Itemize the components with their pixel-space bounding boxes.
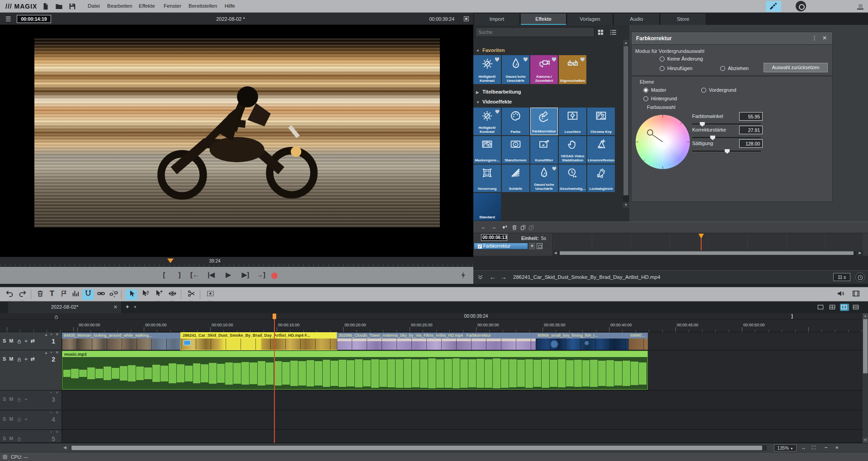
clip-clouds-tower[interactable]: 302086_Clouds_Tower_Antenna_Sky_by_Via_F… [337, 333, 536, 350]
saettigung-slider[interactable] [692, 151, 761, 152]
korrekturstaerke-slider[interactable] [692, 137, 761, 139]
slider-thumb[interactable] [710, 136, 715, 140]
range-end-marker[interactable]: ] [791, 313, 793, 319]
radio-master[interactable]: Master [643, 87, 666, 93]
section-videoeffekte[interactable]: ▼Videoeffekte [476, 99, 512, 104]
audio-clip-music[interactable]: music.mp3 [62, 351, 648, 390]
lock-icon[interactable] [54, 314, 59, 320]
flash-preview-icon[interactable] [459, 271, 467, 280]
play-button[interactable]: ▶ [222, 271, 235, 279]
mute-button[interactable]: M [9, 356, 13, 362]
menu-hilfe[interactable]: Hilfe [225, 3, 235, 9]
scroll-left-icon[interactable]: ◀ [63, 445, 66, 450]
section-favoriten[interactable]: ▼Favoriten [476, 47, 505, 53]
marker-flag-icon[interactable] [58, 289, 70, 300]
mute-button[interactable]: M [9, 436, 13, 441]
lock-icon[interactable] [17, 436, 22, 441]
paste-keyframe-icon[interactable] [528, 224, 534, 231]
tile-farbe[interactable]: Farbe [502, 108, 529, 135]
tab-store[interactable]: Store [660, 14, 706, 25]
tile-geschwindigkeit[interactable]: Geschwindig... [559, 165, 586, 192]
radio-keine-aenderung[interactable]: Keine Änderung [660, 56, 703, 61]
record-button[interactable] [271, 273, 278, 279]
effect-badge-icon[interactable] [184, 340, 191, 345]
layout-grid-icon[interactable] [828, 304, 837, 311]
favorite-heart-icon[interactable] [580, 56, 585, 62]
close-tab-icon[interactable]: ✕ [113, 301, 118, 313]
divide-icon[interactable]: ÷ [25, 416, 28, 422]
cursor-range-icon[interactable] [139, 289, 151, 300]
solo-button[interactable]: S [3, 338, 6, 343]
split-scissors-icon[interactable]: ... [185, 289, 197, 300]
tile-gauss-unschaerfe-fav[interactable]: Gauss'sche Unschärfe [502, 55, 529, 84]
menu-effekte[interactable]: Effekte [139, 3, 155, 9]
insert-frame-icon[interactable]: ... [204, 289, 216, 300]
menu-bearbeiten[interactable]: Bearbeiten [107, 3, 132, 9]
new-project-icon[interactable] [42, 2, 50, 10]
next-keyframe-icon[interactable]: → [491, 224, 496, 230]
layout-single-icon[interactable] [816, 304, 826, 311]
playhead[interactable] [274, 313, 275, 443]
scroll-up-icon[interactable]: ▲ [863, 313, 868, 319]
menu-fenster[interactable]: Fenster [164, 3, 181, 9]
preview-scrubber[interactable]: 39:24 [0, 257, 473, 267]
scroll-up-icon[interactable]: ▲ [623, 40, 629, 46]
add-tab-icon[interactable]: + [126, 303, 129, 310]
timeline-vertical-scrollbar[interactable]: ▲ ▼ [863, 313, 868, 443]
menu-bereitstellen[interactable]: Bereitstellen [189, 3, 217, 9]
range-in-button[interactable]: [ [157, 271, 171, 278]
prev-keyframe-icon[interactable]: ← [481, 224, 486, 230]
scrubber-playhead-icon[interactable] [167, 259, 174, 263]
tile-kunstfilter[interactable]: Kunstfilter [530, 136, 558, 164]
audio-meter-icon[interactable] [70, 289, 81, 300]
slider-thumb[interactable] [700, 122, 705, 127]
tab-menu-icon[interactable]: ▼ [133, 305, 137, 309]
effect-target-icon[interactable] [537, 243, 542, 249]
zoom-out-icon[interactable]: − [825, 445, 827, 450]
track-4[interactable]: + ✕ SM÷ 4 [0, 410, 868, 430]
clip-duration-badge[interactable]: 11 s [833, 273, 850, 281]
scroll-thumb[interactable] [623, 46, 628, 195]
section-titelbearbeitung[interactable]: ▶Titelbearbeitung [476, 89, 521, 94]
scroll-thumb[interactable] [71, 446, 762, 450]
stretch-icon[interactable]: ... [166, 289, 178, 300]
next-clip-icon[interactable]: → [500, 273, 507, 281]
search-input[interactable] [475, 27, 594, 37]
tile-vegas-stabilization[interactable]: VEGAS Video Stabilization [559, 136, 586, 164]
tile-leuchten[interactable]: Leuchten [559, 108, 586, 135]
preview-maximize-icon[interactable] [464, 16, 469, 21]
tile-farbkorrektur[interactable]: Farbkorrektur [530, 108, 558, 135]
video-preview[interactable] [0, 25, 473, 257]
farbtonwinkel-slider[interactable] [692, 123, 761, 125]
scroll-thumb[interactable] [863, 319, 868, 373]
mute-button[interactable]: M [9, 396, 13, 402]
tile-chroma-key[interactable]: Chroma Key [587, 108, 615, 135]
burn-disc-icon[interactable] [796, 1, 806, 11]
tab-import[interactable]: Import [474, 14, 520, 25]
farbtonwinkel-value[interactable]: 55.95 [739, 112, 763, 121]
swap-icon[interactable]: ⇄ [31, 356, 35, 362]
favorite-heart-icon[interactable] [523, 56, 528, 62]
video-mute-icon[interactable] [850, 289, 862, 300]
reset-selection-button[interactable]: Auswahl zurücksetzen [764, 63, 828, 72]
lock-icon[interactable] [17, 416, 22, 422]
list-view-icon[interactable] [609, 28, 617, 36]
color-wheel[interactable] [636, 115, 690, 169]
tile-maskengenerator[interactable]: Maskengene... [473, 136, 501, 164]
kebab-menu-icon[interactable]: ⋮ [811, 34, 817, 41]
edit-mode-icon[interactable] [766, 1, 781, 12]
ungroup-icon[interactable] [108, 289, 119, 300]
effect-enabled-checkbox[interactable]: ✓ [478, 245, 482, 249]
timeline-ruler[interactable]: 00:00:39:24 ] 00:00:00:00 00:00:05:00 00… [0, 313, 868, 332]
divide-icon[interactable]: ÷ [25, 338, 28, 343]
ruler-ticks[interactable]: 00:00:00:00 00:00:05:00 00:00:10:00 00:0… [0, 320, 868, 332]
preview-menu-icon[interactable]: ☰ [5, 15, 11, 23]
slider-thumb[interactable] [725, 149, 730, 154]
jump-start-button[interactable]: [← [188, 271, 202, 278]
radio-abziehen[interactable]: Abziehen [720, 66, 749, 71]
scroll-right-icon[interactable]: ▶ [857, 250, 863, 256]
divide-icon[interactable]: ÷ [25, 356, 28, 362]
solo-button[interactable]: S [3, 436, 6, 441]
zoom-level-dropdown[interactable]: 135% ▼ [774, 444, 797, 452]
tile-linsenreflexion[interactable]: Linsenreflexion [587, 136, 615, 164]
